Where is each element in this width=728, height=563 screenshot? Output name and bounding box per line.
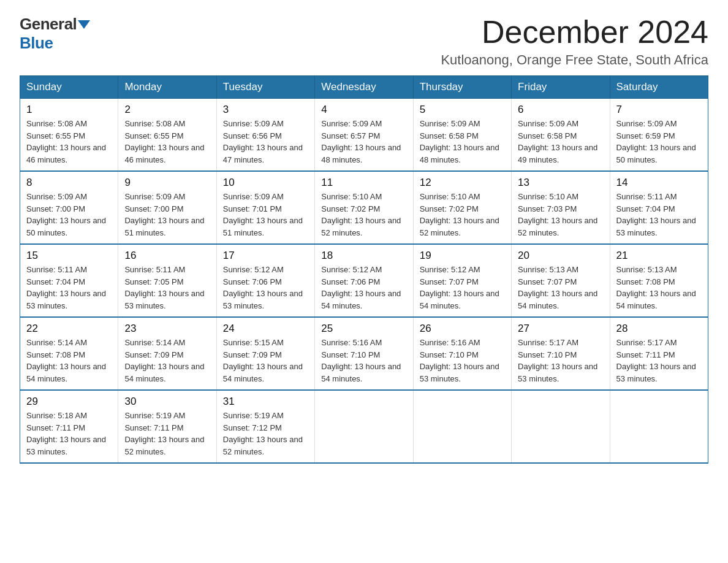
day-number: 9 <box>124 177 210 189</box>
day-number: 6 <box>518 104 603 116</box>
day-info: Sunrise: 5:17 AM Sunset: 7:10 PM Dayligh… <box>518 337 603 385</box>
calendar-day-cell: 8 Sunrise: 5:09 AM Sunset: 7:00 PM Dayli… <box>20 171 118 244</box>
day-number: 22 <box>26 323 112 335</box>
day-info: Sunrise: 5:08 AM Sunset: 6:55 PM Dayligh… <box>26 118 112 166</box>
day-info: Sunrise: 5:11 AM Sunset: 7:04 PM Dayligh… <box>616 191 702 239</box>
day-info: Sunrise: 5:19 AM Sunset: 7:11 PM Dayligh… <box>124 410 210 458</box>
day-info: Sunrise: 5:16 AM Sunset: 7:10 PM Dayligh… <box>420 337 505 385</box>
day-number: 24 <box>223 323 308 335</box>
calendar-day-cell: 6 Sunrise: 5:09 AM Sunset: 6:58 PM Dayli… <box>512 99 610 172</box>
day-info: Sunrise: 5:09 AM Sunset: 7:00 PM Dayligh… <box>124 191 210 239</box>
day-info: Sunrise: 5:09 AM Sunset: 6:56 PM Dayligh… <box>223 118 308 166</box>
day-number: 31 <box>223 396 308 408</box>
header-thursday: Thursday <box>413 76 511 99</box>
day-number: 1 <box>26 104 112 116</box>
calendar-day-cell: 30 Sunrise: 5:19 AM Sunset: 7:11 PM Dayl… <box>118 390 216 463</box>
day-info: Sunrise: 5:11 AM Sunset: 7:04 PM Dayligh… <box>26 264 112 312</box>
calendar-day-cell <box>610 390 708 463</box>
day-info: Sunrise: 5:12 AM Sunset: 7:06 PM Dayligh… <box>321 264 406 312</box>
calendar-day-cell: 9 Sunrise: 5:09 AM Sunset: 7:00 PM Dayli… <box>118 171 216 244</box>
day-number: 29 <box>26 396 112 408</box>
calendar-header-row: Sunday Monday Tuesday Wednesday Thursday… <box>20 76 708 99</box>
header-friday: Friday <box>512 76 610 99</box>
day-info: Sunrise: 5:14 AM Sunset: 7:08 PM Dayligh… <box>26 337 112 385</box>
day-number: 5 <box>420 104 505 116</box>
day-number: 18 <box>321 250 406 262</box>
logo-blue: Blue <box>20 34 53 53</box>
day-info: Sunrise: 5:13 AM Sunset: 7:08 PM Dayligh… <box>616 264 702 312</box>
logo-triangle-icon <box>78 20 90 29</box>
day-number: 28 <box>616 323 702 335</box>
day-info: Sunrise: 5:12 AM Sunset: 7:06 PM Dayligh… <box>223 264 308 312</box>
day-number: 17 <box>223 250 308 262</box>
calendar-day-cell <box>413 390 511 463</box>
day-number: 3 <box>223 104 308 116</box>
day-number: 23 <box>124 323 210 335</box>
day-number: 19 <box>420 250 505 262</box>
day-number: 15 <box>26 250 112 262</box>
calendar-day-cell: 24 Sunrise: 5:15 AM Sunset: 7:09 PM Dayl… <box>216 317 314 390</box>
day-number: 4 <box>321 104 406 116</box>
header-saturday: Saturday <box>610 76 708 99</box>
day-number: 25 <box>321 323 406 335</box>
calendar-day-cell: 5 Sunrise: 5:09 AM Sunset: 6:58 PM Dayli… <box>413 99 511 172</box>
day-number: 11 <box>321 177 406 189</box>
calendar-day-cell: 13 Sunrise: 5:10 AM Sunset: 7:03 PM Dayl… <box>512 171 610 244</box>
day-info: Sunrise: 5:09 AM Sunset: 6:59 PM Dayligh… <box>616 118 702 166</box>
calendar-day-cell: 4 Sunrise: 5:09 AM Sunset: 6:57 PM Dayli… <box>315 99 413 172</box>
day-number: 20 <box>518 250 603 262</box>
calendar-week-row: 22 Sunrise: 5:14 AM Sunset: 7:08 PM Dayl… <box>20 317 708 390</box>
calendar-week-row: 8 Sunrise: 5:09 AM Sunset: 7:00 PM Dayli… <box>20 171 708 244</box>
header-sunday: Sunday <box>20 76 118 99</box>
calendar-day-cell: 23 Sunrise: 5:14 AM Sunset: 7:09 PM Dayl… <box>118 317 216 390</box>
day-info: Sunrise: 5:18 AM Sunset: 7:11 PM Dayligh… <box>26 410 112 458</box>
day-info: Sunrise: 5:19 AM Sunset: 7:12 PM Dayligh… <box>223 410 308 458</box>
day-info: Sunrise: 5:09 AM Sunset: 7:00 PM Dayligh… <box>26 191 112 239</box>
day-number: 27 <box>518 323 603 335</box>
calendar-day-cell: 14 Sunrise: 5:11 AM Sunset: 7:04 PM Dayl… <box>610 171 708 244</box>
header-monday: Monday <box>118 76 216 99</box>
calendar-week-row: 15 Sunrise: 5:11 AM Sunset: 7:04 PM Dayl… <box>20 244 708 317</box>
calendar-day-cell: 17 Sunrise: 5:12 AM Sunset: 7:06 PM Dayl… <box>216 244 314 317</box>
page-header: General Blue December 2024 Kutloanong, O… <box>20 15 708 68</box>
day-info: Sunrise: 5:13 AM Sunset: 7:07 PM Dayligh… <box>518 264 603 312</box>
calendar-day-cell: 22 Sunrise: 5:14 AM Sunset: 7:08 PM Dayl… <box>20 317 118 390</box>
calendar-day-cell: 21 Sunrise: 5:13 AM Sunset: 7:08 PM Dayl… <box>610 244 708 317</box>
day-info: Sunrise: 5:10 AM Sunset: 7:03 PM Dayligh… <box>518 191 603 239</box>
day-number: 10 <box>223 177 308 189</box>
day-number: 21 <box>616 250 702 262</box>
calendar-week-row: 1 Sunrise: 5:08 AM Sunset: 6:55 PM Dayli… <box>20 99 708 172</box>
calendar-week-row: 29 Sunrise: 5:18 AM Sunset: 7:11 PM Dayl… <box>20 390 708 463</box>
day-number: 13 <box>518 177 603 189</box>
day-info: Sunrise: 5:10 AM Sunset: 7:02 PM Dayligh… <box>420 191 505 239</box>
calendar-day-cell <box>315 390 413 463</box>
title-block: December 2024 Kutloanong, Orange Free St… <box>441 15 708 68</box>
day-info: Sunrise: 5:09 AM Sunset: 6:58 PM Dayligh… <box>518 118 603 166</box>
calendar-day-cell: 1 Sunrise: 5:08 AM Sunset: 6:55 PM Dayli… <box>20 99 118 172</box>
calendar-day-cell: 27 Sunrise: 5:17 AM Sunset: 7:10 PM Dayl… <box>512 317 610 390</box>
calendar-day-cell: 11 Sunrise: 5:10 AM Sunset: 7:02 PM Dayl… <box>315 171 413 244</box>
day-info: Sunrise: 5:16 AM Sunset: 7:10 PM Dayligh… <box>321 337 406 385</box>
calendar-day-cell: 15 Sunrise: 5:11 AM Sunset: 7:04 PM Dayl… <box>20 244 118 317</box>
day-info: Sunrise: 5:15 AM Sunset: 7:09 PM Dayligh… <box>223 337 308 385</box>
calendar-day-cell: 7 Sunrise: 5:09 AM Sunset: 6:59 PM Dayli… <box>610 99 708 172</box>
calendar-day-cell: 2 Sunrise: 5:08 AM Sunset: 6:55 PM Dayli… <box>118 99 216 172</box>
calendar-day-cell: 25 Sunrise: 5:16 AM Sunset: 7:10 PM Dayl… <box>315 317 413 390</box>
day-info: Sunrise: 5:09 AM Sunset: 6:58 PM Dayligh… <box>420 118 505 166</box>
day-info: Sunrise: 5:14 AM Sunset: 7:09 PM Dayligh… <box>124 337 210 385</box>
calendar-day-cell: 26 Sunrise: 5:16 AM Sunset: 7:10 PM Dayl… <box>413 317 511 390</box>
day-number: 26 <box>420 323 505 335</box>
calendar-day-cell: 20 Sunrise: 5:13 AM Sunset: 7:07 PM Dayl… <box>512 244 610 317</box>
calendar-day-cell: 16 Sunrise: 5:11 AM Sunset: 7:05 PM Dayl… <box>118 244 216 317</box>
day-number: 16 <box>124 250 210 262</box>
day-number: 8 <box>26 177 112 189</box>
location-subtitle: Kutloanong, Orange Free State, South Afr… <box>441 52 708 68</box>
header-tuesday: Tuesday <box>216 76 314 99</box>
calendar-day-cell <box>512 390 610 463</box>
day-number: 7 <box>616 104 702 116</box>
day-number: 30 <box>124 396 210 408</box>
month-title: December 2024 <box>441 15 708 50</box>
calendar-day-cell: 12 Sunrise: 5:10 AM Sunset: 7:02 PM Dayl… <box>413 171 511 244</box>
calendar-day-cell: 19 Sunrise: 5:12 AM Sunset: 7:07 PM Dayl… <box>413 244 511 317</box>
day-info: Sunrise: 5:10 AM Sunset: 7:02 PM Dayligh… <box>321 191 406 239</box>
